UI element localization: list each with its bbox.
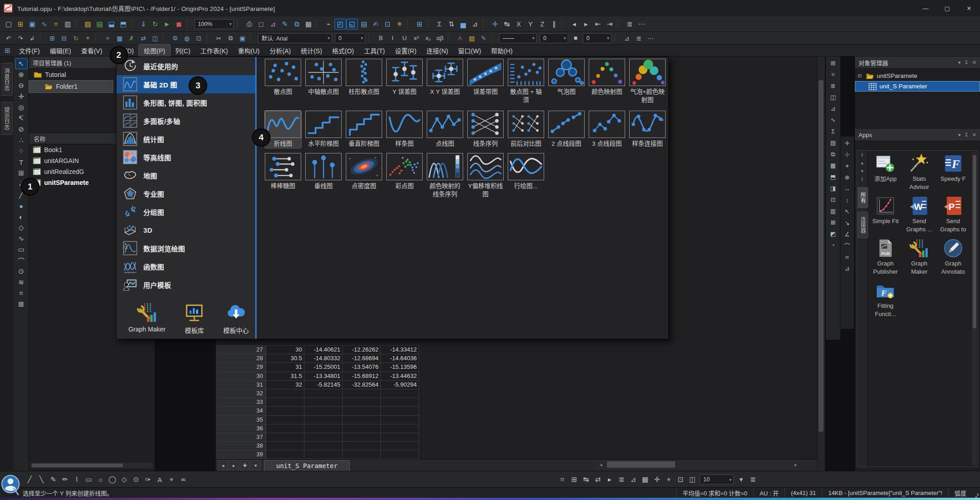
app-item[interactable]: F Fitting Functi... bbox=[869, 281, 902, 323]
swap-order-icon[interactable]: ⇄ bbox=[592, 474, 603, 485]
close-button[interactable]: ✕ bbox=[972, 132, 976, 138]
snap-cell-icon[interactable]: ⊞ bbox=[569, 474, 580, 485]
plot-category[interactable]: 专业图 bbox=[116, 184, 255, 203]
dock-tab[interactable]: 提示日志 bbox=[1, 102, 13, 135]
draw-pen-icon[interactable]: ✏ bbox=[60, 474, 71, 485]
align-tool-icon[interactable]: ≍ bbox=[842, 252, 853, 262]
sheet-nav-button[interactable]: ▸ bbox=[229, 460, 239, 470]
plot-category[interactable]: 用户模板 bbox=[116, 276, 255, 294]
table-cell[interactable] bbox=[266, 450, 304, 459]
target-axis-icon[interactable]: ⌖ bbox=[842, 161, 853, 171]
menu-item[interactable]: 文件(F) bbox=[14, 45, 45, 56]
fill-color-icon[interactable]: ▨ bbox=[466, 34, 477, 43]
toolbar-more-2-icon[interactable]: ⋯ bbox=[645, 34, 656, 43]
chart-format-icon[interactable]: ⊿ bbox=[621, 34, 632, 43]
object-frame-icon[interactable]: ⊡ bbox=[675, 474, 686, 485]
row-header[interactable]: 34 bbox=[217, 407, 266, 415]
run-script-icon[interactable]: ► bbox=[162, 19, 172, 29]
italic-icon[interactable]: I bbox=[387, 34, 398, 43]
table-cell[interactable]: -5.90294 bbox=[381, 381, 419, 389]
set-digits-icon[interactable]: ▦ bbox=[114, 34, 125, 43]
first-window-icon[interactable]: ⇤ bbox=[592, 19, 603, 29]
sheet-tab[interactable]: unit_S Parameter bbox=[264, 460, 350, 471]
table-cell[interactable] bbox=[343, 433, 381, 442]
minimize-button[interactable]: — bbox=[914, 0, 936, 16]
table-cell[interactable] bbox=[381, 398, 419, 407]
plot-type-item[interactable]: 棒棒糖图 bbox=[265, 153, 301, 199]
line-style[interactable]: ——▾ bbox=[499, 33, 537, 43]
rectangle-tool-icon[interactable]: ▭ bbox=[15, 245, 27, 255]
collapse-icon[interactable]: ⊟ bbox=[858, 73, 863, 79]
annotation-tool-icon[interactable]: ⊞ bbox=[15, 168, 27, 178]
point-tool-icon[interactable]: ⊙ bbox=[15, 266, 27, 276]
stop-execution-icon[interactable]: ◼ bbox=[173, 19, 184, 29]
script-window-icon[interactable]: ✍ bbox=[370, 19, 381, 29]
object-add-icon[interactable]: ✛ bbox=[652, 474, 662, 485]
scrollbar-thumb[interactable] bbox=[32, 464, 123, 467]
zoom-level[interactable]: 100%▾ bbox=[194, 19, 234, 29]
table-cell[interactable]: -14.80332 bbox=[304, 354, 343, 363]
close-button[interactable]: ✕ bbox=[972, 60, 976, 66]
menu-item[interactable]: 设置(R) bbox=[390, 45, 421, 56]
rail-arrow[interactable]: ▼ bbox=[857, 167, 867, 175]
plot-type-item[interactable]: 气泡+颜色映射图 bbox=[629, 59, 666, 104]
plot-type-item[interactable]: 前后对比图 bbox=[508, 111, 544, 148]
dropdown-button[interactable]: ▾ bbox=[958, 60, 961, 66]
table-cell[interactable] bbox=[381, 450, 419, 459]
plot-type-item[interactable]: Y偏移堆积线图 bbox=[467, 153, 504, 199]
plot-type-item[interactable]: 中轴散点图 bbox=[305, 59, 342, 104]
table-cell[interactable]: -14.40621 bbox=[304, 346, 343, 354]
line-layer-icon[interactable]: ∿ bbox=[828, 115, 839, 125]
table-cell[interactable] bbox=[266, 442, 304, 450]
table-cell[interactable] bbox=[343, 416, 381, 424]
font-family[interactable]: 默认: Arial▾ bbox=[258, 33, 332, 43]
table-cell[interactable]: -14.64036 bbox=[381, 354, 419, 363]
open-icon[interactable]: ▨ bbox=[82, 19, 93, 29]
draw-align-icon[interactable]: ≍ bbox=[178, 474, 189, 485]
sheet-nav-button[interactable]: ✚ bbox=[240, 460, 250, 470]
table-cell[interactable] bbox=[381, 389, 419, 398]
plot-type-item[interactable]: 线条序列 bbox=[467, 111, 504, 148]
circle-tool-icon[interactable]: ● bbox=[15, 201, 27, 211]
project-list-hscrollbar[interactable] bbox=[30, 463, 153, 468]
table-cell[interactable] bbox=[304, 389, 343, 398]
table-cell[interactable]: -12.68694 bbox=[343, 354, 381, 363]
pen-color-icon[interactable]: ✎ bbox=[478, 34, 489, 43]
plot-category[interactable]: x 数据浏览绘图 bbox=[116, 239, 255, 257]
plot-category[interactable]: 分组图 bbox=[116, 203, 255, 221]
object-tree-root[interactable]: ⊟ unitSParamete bbox=[855, 71, 980, 81]
merge-panels-icon[interactable]: ◫ bbox=[828, 92, 839, 102]
font-size[interactable]: 0▾ bbox=[335, 33, 365, 43]
plot-type-item[interactable]: 行绘图... bbox=[508, 153, 544, 199]
add-axes-icon[interactable]: ✛ bbox=[490, 19, 500, 29]
axis-y-icon[interactable]: Y bbox=[525, 19, 536, 29]
object-target-icon[interactable]: ⌖ bbox=[663, 474, 674, 485]
ruler-tool-icon[interactable]: ≋ bbox=[15, 277, 27, 287]
scrollbar-thumb[interactable] bbox=[607, 461, 675, 468]
table-cell[interactable]: -15.25001 bbox=[304, 363, 343, 372]
menu-item[interactable]: 工具(T) bbox=[359, 45, 390, 56]
table-cell[interactable] bbox=[304, 407, 343, 415]
merge-table-icon[interactable]: ⧉ bbox=[170, 34, 181, 43]
notes-layer-icon[interactable]: ▥ bbox=[828, 206, 839, 216]
template-shortcut[interactable]: 模板库 bbox=[184, 302, 205, 335]
zoom-out-tool-icon[interactable]: ⊖ bbox=[15, 81, 27, 91]
snap-grid-icon[interactable]: ⌗ bbox=[557, 474, 568, 485]
plot-category[interactable]: 统计图 bbox=[116, 130, 255, 148]
toolbar-menu-icon[interactable]: ≣ bbox=[624, 19, 635, 29]
draw-polyline-icon[interactable]: ⌇ bbox=[71, 474, 82, 485]
table-cell[interactable]: 32 bbox=[266, 381, 304, 389]
right-axis-icon[interactable]: ◨ bbox=[828, 184, 839, 194]
table-cell[interactable] bbox=[266, 416, 304, 424]
plot-category[interactable]: 基础 2D 图 bbox=[116, 75, 255, 93]
extend-y-icon[interactable]: ↕ bbox=[842, 195, 853, 205]
table-cell[interactable] bbox=[304, 424, 343, 433]
menu-item[interactable]: 重构(U) bbox=[233, 45, 264, 56]
frame-box-icon[interactable]: ⊡ bbox=[828, 195, 839, 205]
table-cell[interactable]: -15.68912 bbox=[343, 372, 381, 381]
template-shortcut[interactable]: Graph Maker bbox=[128, 302, 166, 335]
arc-tool-icon[interactable]: ⌒ bbox=[15, 255, 27, 265]
close-button[interactable]: ✕ bbox=[958, 0, 980, 16]
plot-type-item[interactable]: 点线图 bbox=[427, 111, 463, 148]
extend-x-icon[interactable]: ↔ bbox=[842, 184, 853, 194]
